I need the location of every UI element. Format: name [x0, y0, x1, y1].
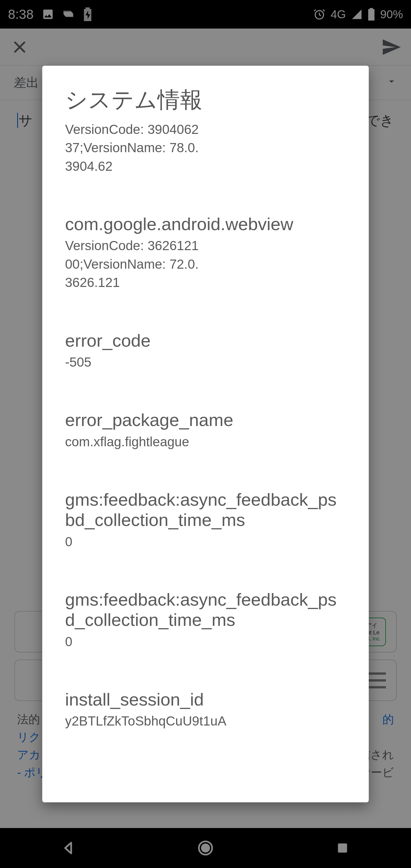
info-entry: error_package_name com.xflag.fightleague: [65, 410, 346, 451]
info-key: com.google.android.webview: [65, 214, 346, 234]
info-entry: com.google.android.webview VersionCode: …: [65, 214, 346, 291]
info-value: -505: [65, 353, 346, 371]
dialog-title: システム情報: [65, 85, 346, 115]
info-key: error_package_name: [65, 410, 346, 430]
info-value: VersionCode: 362612100;VersionName: 72.0…: [65, 237, 199, 291]
info-entry: gms:feedback:async_feedback_psd_collecti…: [65, 589, 346, 651]
info-entry: gms:feedback:async_feedback_psbd_collect…: [65, 489, 346, 551]
info-value: VersionCode: 390406237;VersionName: 78.0…: [65, 120, 199, 175]
info-value: y2BTLfZkToSbhqCuU9t1uA: [65, 712, 346, 730]
info-key: install_session_id: [65, 689, 346, 710]
info-value: 0: [65, 632, 346, 651]
info-value: 0: [65, 532, 346, 551]
info-key: gms:feedback:async_feedback_psbd_collect…: [65, 489, 346, 530]
info-key: gms:feedback:async_feedback_psd_collecti…: [65, 589, 346, 630]
info-entry: VersionCode: 390406237;VersionName: 78.0…: [65, 120, 346, 175]
system-info-dialog: システム情報 VersionCode: 390406237;VersionNam…: [42, 66, 369, 802]
info-entry: error_code -505: [65, 330, 346, 371]
info-entry: install_session_id y2BTLfZkToSbhqCuU9t1u…: [65, 689, 346, 731]
info-value: com.xflag.fightleague: [65, 433, 346, 451]
info-key: error_code: [65, 330, 346, 351]
